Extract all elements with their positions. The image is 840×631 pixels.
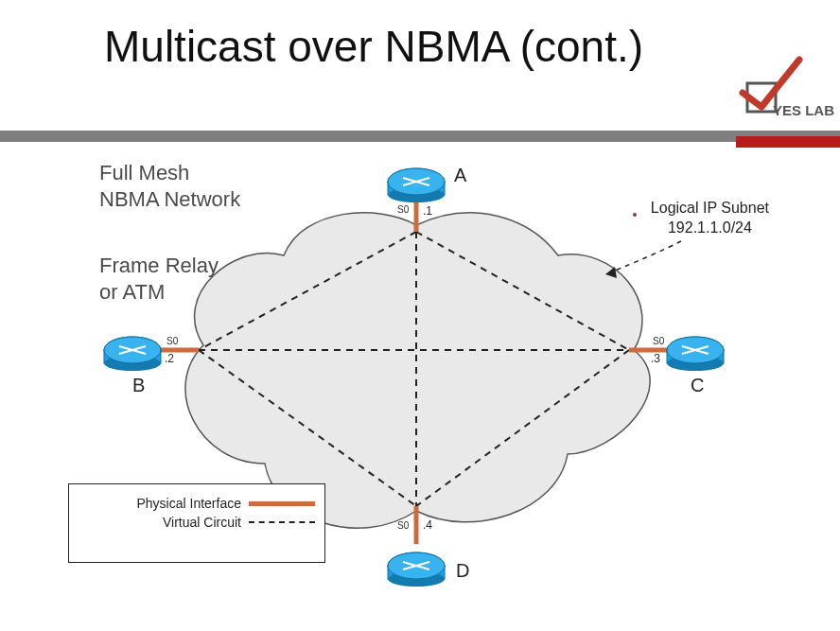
- brand-text: YES LAB: [773, 102, 834, 118]
- router-D-iface: .4: [423, 518, 432, 532]
- legend-physical-label: Physical Interface: [79, 496, 249, 511]
- legend-physical-swatch: [249, 501, 315, 506]
- slide: Multicast over NBMA (cont.) YES LAB Full…: [0, 0, 840, 631]
- router-A-s0: S0: [397, 204, 409, 215]
- router-D-s0: S0: [397, 520, 409, 531]
- router-C: [667, 337, 724, 371]
- router-B-iface: .2: [165, 352, 174, 365]
- divider-red: [736, 136, 840, 148]
- router-B-s0: S0: [166, 336, 178, 346]
- legend-virtual: Virtual Circuit: [79, 515, 315, 530]
- page-title: Multicast over NBMA (cont.): [104, 21, 643, 72]
- router-B: [104, 337, 161, 371]
- legend-virtual-label: Virtual Circuit: [79, 515, 249, 530]
- nbma-cloud: [185, 213, 650, 528]
- router-A: [388, 168, 445, 202]
- router-B-label: B: [132, 375, 145, 396]
- legend-virtual-swatch: [249, 521, 315, 523]
- router-A-label: A: [454, 165, 466, 186]
- router-C-iface: .3: [651, 352, 660, 365]
- legend-physical: Physical Interface: [79, 496, 315, 511]
- diagram-canvas: Full Mesh NBMA Network Frame Relay or AT…: [0, 151, 840, 631]
- router-D-label: D: [456, 560, 469, 582]
- router-A-iface: .1: [423, 204, 432, 218]
- router-C-label: C: [691, 375, 704, 396]
- divider-grey: [0, 131, 840, 142]
- legend-box: Physical Interface Virtual Circuit: [68, 483, 325, 563]
- router-C-s0: S0: [653, 336, 664, 346]
- router-D: [388, 552, 445, 587]
